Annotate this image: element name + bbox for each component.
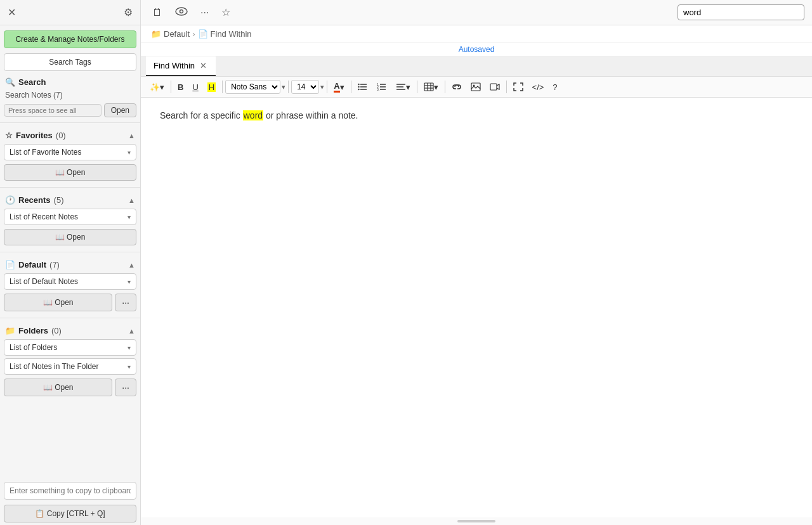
svg-point-5 [358,84,359,85]
video-button[interactable] [486,81,504,93]
breadcrumb-folder-label[interactable]: Default [164,29,190,39]
folders-open-button[interactable]: 📖 Open [4,379,112,396]
close-button[interactable]: ✕ [5,5,18,20]
toolbar-divider-5 [351,81,351,93]
breadcrumb-note-icon: 📄 [198,29,208,39]
find-within-input[interactable] [678,4,804,20]
find-within-tab[interactable]: Find Within ✕ [146,56,216,76]
font-size-dropdown-indicator: ▾ [320,83,324,91]
table-button[interactable]: ▾ [420,81,442,94]
favorites-section-header: ☆ Favorites (0) ▲ [0,127,140,143]
favorites-collapse-button[interactable]: ▲ [128,132,135,139]
default-section-header: 📄 Default (7) ▲ [0,256,140,272]
search-tags-button[interactable]: Search Tags [4,53,136,71]
content-before: Search for a specific [160,110,243,120]
folders-list-dropdown[interactable]: List of Folders ▾ [4,339,136,356]
breadcrumb-note-label: Find Within [211,29,252,39]
folders-more-button[interactable]: ··· [115,379,136,396]
recents-label: Recents [18,195,51,205]
folders-list-label: List of Folders [10,343,57,352]
toolbar-star-icon[interactable]: ☆ [218,4,234,21]
font-color-icon: A [334,81,339,93]
magic-button[interactable]: ✨▾ [146,81,168,94]
folders-collapse-button[interactable]: ▲ [128,327,135,335]
favorites-label: Favorites [16,131,53,140]
image-button[interactable] [467,81,485,93]
svg-point-6 [358,86,359,88]
create-manage-button[interactable]: Create & Manage Notes/Folders [4,30,136,48]
folders-section-header: 📁 Folders (0) ▲ [0,322,140,338]
toolbar-divider-8 [506,81,507,93]
editor-toolbar: ✨▾ B U H Noto Sans ▾ 14 ▾ A▾ 1.2.3. ▾ [141,77,812,98]
font-size-selector[interactable]: 14 [291,80,319,94]
underline-button[interactable]: U [188,81,202,94]
default-icon: 📄 [5,260,15,269]
favorites-open-button[interactable]: 📖 Open [4,164,136,181]
font-color-button[interactable]: A▾ [330,79,348,94]
favorites-open-row: 📖 Open [4,164,136,181]
recents-chevron-icon: ▾ [128,214,131,221]
svg-rect-22 [471,83,480,91]
default-list-label: List of Default Notes [10,277,78,286]
code-button[interactable]: </> [528,81,548,94]
recents-list-dropdown[interactable]: List of Recent Notes ▾ [4,209,136,225]
content-paragraph: Search for a specific word or phrase wit… [160,110,793,120]
folders-notes-chevron-icon: ▾ [128,363,131,370]
default-collapse-button[interactable]: ▲ [128,261,135,269]
settings-button[interactable]: ⚙ [121,5,135,20]
list-ol-button[interactable]: 1.2.3. [373,81,391,93]
search-section-header: 🔍 Search [0,74,140,89]
folders-chevron-icon: ▾ [128,344,131,351]
recents-open-button[interactable]: 📖 Open [4,229,136,245]
favorites-icon: ☆ [5,131,13,140]
font-dropdown-indicator: ▾ [282,83,285,91]
magic-icon: ✨ [150,82,160,92]
folders-count: (0) [51,326,62,335]
breadcrumb-folder-icon: 📁 [151,29,161,39]
font-selector[interactable]: Noto Sans [225,80,280,94]
default-list-dropdown[interactable]: List of Default Notes ▾ [4,273,136,290]
help-button[interactable]: ? [549,81,561,94]
default-chevron-icon: ▾ [128,278,131,285]
main-toolbar: 🗒 ··· ☆ [141,0,812,25]
press-space-row: Press space to see all Open [4,103,136,117]
main-panel: 🗒 ··· ☆ 📁 Default › 📄 Find Within Autosa… [141,0,812,525]
folders-notes-label: List of Notes in The Folder [10,362,99,371]
toolbar-divider-1 [171,81,171,93]
toolbar-divider-2 [222,81,223,93]
toolbar-divider-3 [288,81,289,93]
favorites-list-label: List of Favorite Notes [10,148,81,157]
bold-button[interactable]: B [174,81,187,94]
align-button[interactable]: ▾ [392,81,414,94]
toolbar-notes-icon[interactable]: 🗒 [148,4,166,21]
link-button[interactable] [448,81,466,93]
highlight-button[interactable]: H [204,81,219,94]
autosaved-status: Autosaved [141,43,812,56]
recents-icon: 🕐 [5,195,15,205]
toolbar-more-icon[interactable]: ··· [197,4,213,21]
recents-open-row: 📖 Open [4,229,136,245]
fullscreen-button[interactable] [509,81,527,93]
default-open-button[interactable]: 📖 Open [4,294,112,311]
folders-open-row: 📖 Open ··· [4,379,136,396]
tab-bar: Find Within ✕ [141,56,812,77]
recents-collapse-button[interactable]: ▲ [128,197,135,204]
breadcrumb-separator: › [192,29,195,39]
default-more-button[interactable]: ··· [115,294,136,311]
toolbar-preview-icon[interactable] [171,4,192,21]
folders-notes-dropdown[interactable]: List of Notes in The Folder ▾ [4,358,136,375]
search-icon: 🔍 [5,77,15,87]
svg-rect-17 [424,83,433,91]
search-open-button[interactable]: Open [104,103,136,117]
press-space-label: Press space to see all [4,104,102,117]
favorites-count: (0) [56,131,66,140]
tab-close-button[interactable]: ✕ [199,61,208,70]
svg-point-1 [180,10,183,13]
default-label: Default [18,260,46,269]
clipboard-input[interactable] [4,482,136,500]
default-open-row: 📖 Open ··· [4,294,136,311]
copy-clipboard-button[interactable]: 📋 Copy [CTRL + Q] [4,505,136,522]
scrollbar-hint [141,517,812,525]
list-ul-button[interactable] [354,81,372,93]
favorites-list-dropdown[interactable]: List of Favorite Notes ▾ [4,144,136,160]
